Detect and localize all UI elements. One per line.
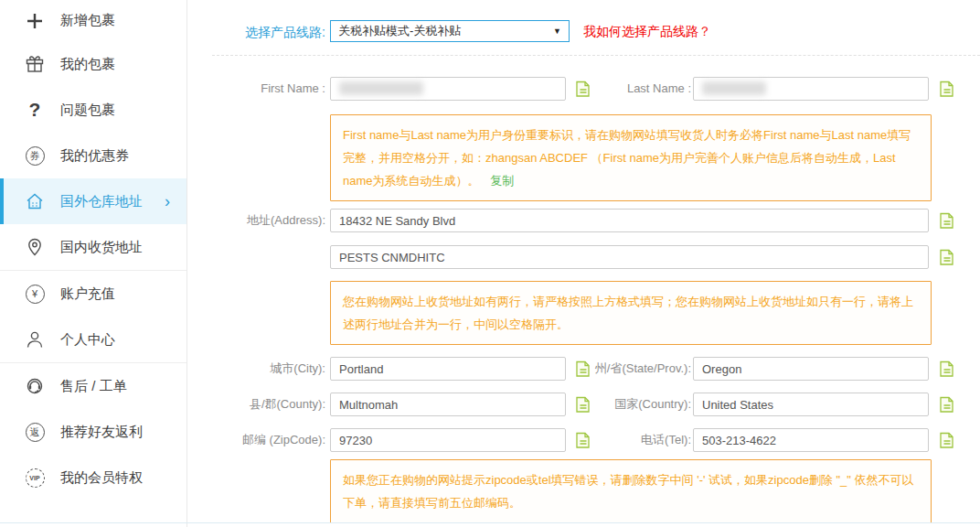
house-icon — [25, 191, 45, 211]
yen-icon: ¥ — [25, 284, 45, 304]
sidebar-item-label: 个人中心 — [60, 331, 115, 349]
redacted-value — [339, 81, 423, 95]
sidebar-item-label: 推荐好友返利 — [60, 424, 143, 441]
redacted-value — [702, 81, 766, 95]
zipcode-notice: 如果您正在购物的网站提示zipcode或tel填写错误，请删除数字中间 '-' … — [330, 459, 932, 523]
tel-label: 电话(Tel): — [577, 428, 691, 452]
sidebar-item-personal-center[interactable]: 个人中心 — [0, 317, 186, 362]
sidebar-item-overseas-warehouse-address[interactable]: 国外仓库地址 › — [0, 178, 186, 224]
sidebar-item-referral-rebate[interactable]: 返 推荐好友返利 — [0, 409, 186, 455]
vip-badge-icon: VIP — [25, 468, 45, 488]
sidebar-item-my-coupons[interactable]: 券 我的优惠券 — [0, 133, 186, 178]
section-divider — [212, 55, 980, 56]
selected-option: 关税补贴模式-关税补贴 — [338, 23, 461, 39]
sidebar-item-domestic-receiving-address[interactable]: 国内收货地址 — [0, 224, 186, 270]
chevron-right-icon: › — [165, 192, 170, 211]
sidebar-item-label: 账户充值 — [60, 285, 115, 303]
copy-icon[interactable] — [939, 247, 956, 266]
address-line1-input[interactable] — [330, 209, 929, 232]
sidebar-item-problem-packages[interactable]: ? 问题包裹 — [0, 87, 186, 133]
first-name-label: First Name : — [210, 77, 325, 101]
copy-icon[interactable] — [939, 430, 956, 449]
overseas-warehouse-address-panel: 选择产品线路: 关税补贴模式-关税补贴 ▼ 我如何选择产品线路？ First N… — [187, 0, 980, 527]
sidebar-item-label: 我的优惠券 — [60, 147, 129, 165]
tel-input[interactable] — [693, 428, 929, 452]
sidebar-item-label: 新增包裹 — [60, 12, 115, 29]
sidebar-item-aftersales-tickets[interactable]: 售后 / 工单 — [0, 363, 186, 409]
sidebar-item-label: 国内收货地址 — [60, 239, 143, 256]
state-label: 州/省(State/Prov.): — [577, 357, 691, 381]
county-label: 县/郡(County): — [210, 393, 325, 416]
sidebar-item-label: 我的包裹 — [60, 56, 115, 73]
gift-icon — [25, 54, 45, 74]
sidebar-item-new-package[interactable]: 新增包裹 — [0, 0, 186, 41]
county-input[interactable] — [330, 393, 566, 416]
address-label: 地址(Address): — [210, 209, 325, 232]
sidebar-item-label: 我的会员特权 — [60, 469, 143, 487]
product-line-select[interactable]: 关税补贴模式-关税补贴 ▼ — [330, 20, 570, 42]
copy-icon[interactable] — [939, 210, 956, 230]
sidebar-item-label: 售后 / 工单 — [60, 378, 127, 395]
bottom-divider — [0, 522, 980, 523]
location-pin-icon — [25, 237, 45, 257]
product-line-label: 选择产品线路: — [210, 20, 325, 44]
address-line2-input[interactable] — [330, 245, 929, 269]
caret-down-icon: ▼ — [553, 27, 561, 36]
copy-icon[interactable] — [939, 394, 956, 414]
last-name-label: Last Name : — [581, 77, 691, 101]
product-line-help-link[interactable]: 我如何选择产品线路？ — [583, 24, 711, 40]
coupon-icon: 券 — [25, 145, 45, 166]
copy-icon[interactable] — [939, 79, 956, 98]
sidebar-item-membership-privileges[interactable]: VIP 我的会员特权 — [0, 455, 186, 500]
state-input[interactable] — [693, 357, 929, 381]
last-name-input[interactable] — [693, 77, 929, 101]
name-notice-text: First name与Last name为用户身份重要标识，请在购物网站填写收货… — [343, 128, 911, 188]
sidebar-item-label: 问题包裹 — [60, 102, 115, 119]
sidebar: 新增包裹 我的包裹 ? 问题包裹 券 我的优惠券 — [0, 0, 187, 527]
name-notice: First name与Last name为用户身份重要标识，请在购物网站填写收货… — [330, 114, 932, 201]
city-label: 城市(City): — [210, 357, 325, 381]
city-input[interactable] — [330, 357, 566, 381]
copy-icon[interactable] — [939, 359, 956, 378]
sidebar-item-account-recharge[interactable]: ¥ 账户充值 — [0, 271, 186, 317]
plus-icon — [25, 11, 45, 31]
country-label: 国家(Country): — [577, 393, 691, 416]
zipcode-input[interactable] — [330, 428, 566, 452]
address-notice: 您在购物网站上收货地址如有两行，请严格按照上方格式填写；您在购物网站上收货地址如… — [330, 281, 932, 345]
zipcode-label: 邮编 (ZipCode): — [210, 428, 325, 452]
person-icon — [25, 329, 45, 350]
copy-name-link[interactable]: 复制 — [490, 174, 514, 188]
rebate-icon: 返 — [25, 422, 45, 442]
country-input[interactable] — [693, 393, 929, 416]
sidebar-item-my-packages[interactable]: 我的包裹 — [0, 41, 186, 87]
headset-icon — [25, 376, 45, 396]
first-name-input[interactable] — [330, 77, 566, 101]
sidebar-item-label: 国外仓库地址 — [60, 193, 143, 210]
question-icon: ? — [25, 100, 45, 120]
